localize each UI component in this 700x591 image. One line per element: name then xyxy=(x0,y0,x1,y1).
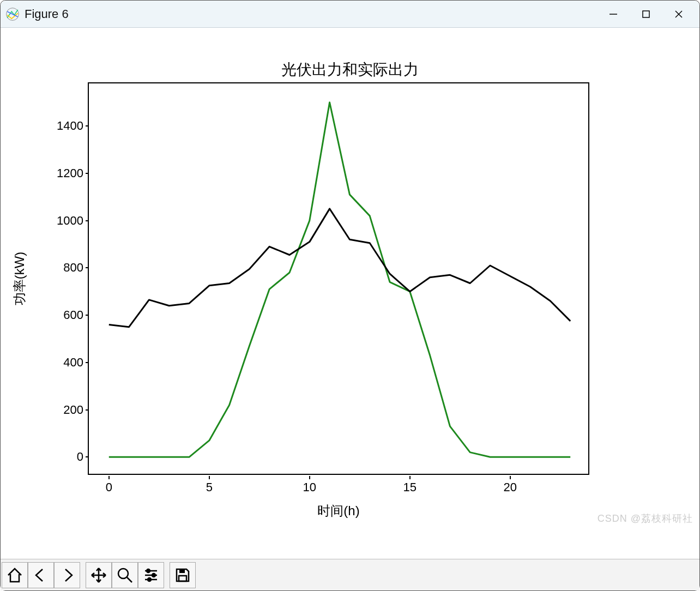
svg-point-5 xyxy=(118,569,128,578)
y-tick-label: 400 xyxy=(45,355,83,370)
svg-rect-2 xyxy=(643,11,649,17)
svg-point-7 xyxy=(152,574,155,577)
plot-canvas: 光伏出力和实际出力 功率(kW) 时间(h) 02004006008001000… xyxy=(1,28,699,559)
y-tick-label: 0 xyxy=(45,450,83,464)
app-icon xyxy=(5,7,20,22)
configure-subplots-button[interactable] xyxy=(138,562,164,588)
x-tick-label: 5 xyxy=(206,480,213,494)
y-tick-label: 200 xyxy=(45,403,83,417)
window-title: Figure 6 xyxy=(25,7,69,21)
series-光伏出力 xyxy=(109,102,570,457)
close-button[interactable] xyxy=(662,1,695,28)
x-tick-label: 10 xyxy=(303,480,316,494)
axes: 020040060080010001200140005101520 xyxy=(88,82,589,475)
svg-rect-10 xyxy=(179,576,186,581)
x-axis-label: 时间(h) xyxy=(317,502,359,520)
svg-rect-9 xyxy=(179,569,185,573)
watermark: CSDN @荔枝科研社 xyxy=(598,512,693,525)
save-button[interactable] xyxy=(170,562,196,588)
y-tick-label: 1200 xyxy=(45,166,83,180)
home-button[interactable] xyxy=(2,562,28,588)
y-tick-label: 600 xyxy=(45,308,83,322)
x-tick-label: 20 xyxy=(504,480,517,494)
y-tick-label: 1400 xyxy=(45,119,83,133)
plot-svg xyxy=(89,83,590,476)
svg-point-6 xyxy=(147,569,150,572)
matplotlib-toolbar xyxy=(1,559,699,590)
maximize-button[interactable] xyxy=(630,1,662,28)
chart-title: 光伏出力和实际出力 xyxy=(1,59,699,80)
minimize-button[interactable] xyxy=(597,1,630,28)
x-tick-label: 15 xyxy=(403,480,417,494)
y-tick-label: 800 xyxy=(45,261,83,275)
titlebar: Figure 6 xyxy=(1,1,699,28)
svg-point-8 xyxy=(148,578,151,581)
y-axis-label: 功率(kW) xyxy=(11,252,28,306)
pan-button[interactable] xyxy=(86,562,112,588)
figure-window: Figure 6 光伏出力和实际出力 功率(kW) 时间(h) 02004006… xyxy=(0,0,700,591)
x-tick-label: 0 xyxy=(106,480,112,494)
zoom-button[interactable] xyxy=(112,562,138,588)
series-实际出力 xyxy=(109,209,570,327)
forward-button[interactable] xyxy=(54,562,80,588)
back-button[interactable] xyxy=(28,562,54,588)
y-tick-label: 1000 xyxy=(45,214,83,228)
